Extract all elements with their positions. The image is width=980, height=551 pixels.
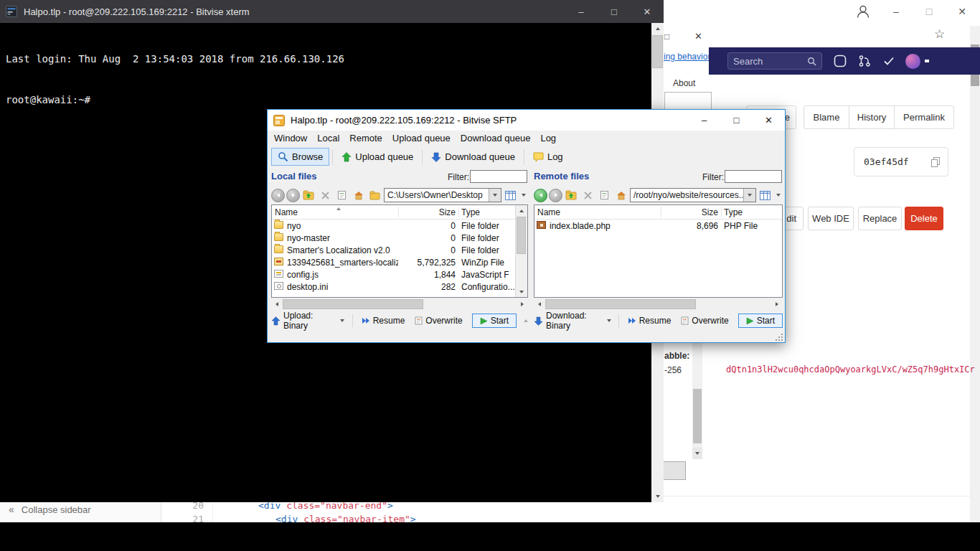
- file-row[interactable]: 1339425681_smarters-localization-... 5,7…: [272, 256, 527, 268]
- replace-button[interactable]: Replace: [858, 207, 902, 230]
- dialog-close-icon[interactable]: ✕: [694, 31, 702, 42]
- scroll-right-button[interactable]: [517, 298, 528, 310]
- terminal-close-button[interactable]: ✕: [631, 0, 664, 23]
- scroll-down-button[interactable]: [516, 286, 527, 297]
- remote-hscrollbar[interactable]: [534, 298, 783, 310]
- local-hscrollbar[interactable]: [271, 298, 528, 310]
- upload-mode-label[interactable]: Upload: Binary: [283, 311, 335, 331]
- scroll-right-button[interactable]: [771, 298, 783, 310]
- download-mode-dropdown[interactable]: [605, 319, 613, 322]
- todo-check-icon[interactable]: [882, 55, 895, 67]
- log-tab[interactable]: Log: [527, 148, 569, 166]
- bookmark-star-icon[interactable]: ☆: [934, 27, 945, 42]
- sftp-minimize-button[interactable]: –: [688, 110, 720, 131]
- view-mode-dropdown[interactable]: [519, 188, 528, 203]
- navbar-search-box[interactable]: Search: [727, 52, 822, 70]
- list-header[interactable]: Name Size Type: [534, 205, 782, 220]
- view-mode-button[interactable]: [503, 188, 518, 203]
- combo-dropdown-icon[interactable]: [489, 189, 501, 202]
- up-folder-button[interactable]: [564, 188, 579, 203]
- browser-maximize-button[interactable]: □: [921, 6, 937, 17]
- forward-button[interactable]: [286, 189, 300, 202]
- dialog-maximize-icon[interactable]: □: [664, 32, 669, 42]
- scroll-left-button[interactable]: [534, 298, 545, 310]
- menu-item-local[interactable]: Local: [312, 131, 344, 146]
- local-path-combo[interactable]: C:\Users\Owner\Desktop: [384, 188, 501, 202]
- column-size[interactable]: Size: [664, 207, 718, 217]
- combo-dropdown-icon[interactable]: [743, 189, 755, 202]
- view-mode-dropdown[interactable]: [774, 188, 783, 203]
- browse-tab[interactable]: Browse: [271, 148, 329, 166]
- sftp-titlebar[interactable]: Halpo.tlp - root@209.222.105.169:2212 - …: [268, 110, 785, 131]
- file-row[interactable]: desktop.ini 282 Configuratio...: [272, 281, 527, 293]
- terminal-minimize-button[interactable]: –: [565, 0, 598, 23]
- remote-path-combo[interactable]: /root/nyo/website/resources...: [630, 188, 756, 202]
- remote-filter-input[interactable]: [725, 170, 782, 183]
- list-header[interactable]: Name Size Type: [272, 205, 527, 220]
- scroll-down-button[interactable]: [692, 448, 702, 459]
- file-row[interactable]: Smarter's Localization v2.0 0 File folde…: [272, 244, 527, 256]
- file-row[interactable]: nyo 0 File folder: [272, 220, 527, 232]
- delete-button[interactable]: Delete: [905, 207, 943, 230]
- resume-button[interactable]: Resume: [624, 316, 675, 326]
- overwrite-button[interactable]: Overwrite: [411, 316, 466, 326]
- home-button[interactable]: [351, 188, 366, 203]
- start-upload-button[interactable]: Start: [472, 314, 517, 328]
- column-size[interactable]: Size: [401, 207, 456, 217]
- view-mode-button[interactable]: [758, 188, 773, 203]
- terminal-maximize-button[interactable]: □: [598, 0, 631, 23]
- column-type[interactable]: Type: [724, 207, 743, 217]
- merge-request-icon[interactable]: [858, 55, 871, 67]
- sftp-close-button[interactable]: ✕: [753, 110, 785, 131]
- scroll-up-button[interactable]: [651, 23, 664, 34]
- content-scrollbar[interactable]: [692, 337, 702, 459]
- scrollbar-thumb[interactable]: [652, 35, 663, 68]
- scrollbar-thumb[interactable]: [517, 217, 526, 254]
- column-type[interactable]: Type: [461, 207, 480, 217]
- refresh-button[interactable]: [334, 188, 349, 203]
- menu-item-window[interactable]: Window: [269, 131, 312, 146]
- download-queue-tab[interactable]: Download queue: [425, 148, 521, 166]
- local-vscrollbar[interactable]: [515, 205, 527, 297]
- start-download-button[interactable]: Start: [738, 314, 783, 328]
- delete-icon[interactable]: [580, 188, 595, 203]
- browser-close-button[interactable]: ✕: [954, 6, 970, 17]
- resize-grip[interactable]: [776, 334, 783, 341]
- file-row[interactable]: nyo-master 0 File folder: [272, 232, 527, 244]
- back-button[interactable]: [271, 189, 285, 202]
- upload-mode-dropdown[interactable]: [338, 319, 347, 322]
- scrollbar-thumb[interactable]: [693, 389, 702, 443]
- file-row[interactable]: index.blade.php 8,696 PHP File: [534, 220, 782, 232]
- forward-button[interactable]: [549, 189, 562, 202]
- scrollbar-thumb[interactable]: [545, 299, 696, 309]
- home-button[interactable]: [613, 188, 628, 203]
- menu-item-log[interactable]: Log: [535, 131, 561, 146]
- local-filter-input[interactable]: [470, 170, 527, 183]
- new-folder-button[interactable]: [367, 188, 382, 203]
- resume-button[interactable]: Resume: [358, 316, 409, 326]
- overwrite-button[interactable]: Overwrite: [677, 316, 732, 326]
- column-name[interactable]: Name: [275, 207, 298, 217]
- refresh-button[interactable]: [597, 188, 612, 203]
- scroll-up-button[interactable]: [516, 205, 527, 216]
- file-row[interactable]: config.js 1,844 JavaScript F: [272, 268, 527, 281]
- sftp-maximize-button[interactable]: □: [720, 110, 753, 131]
- avatar[interactable]: [905, 54, 920, 69]
- terminal-titlebar[interactable]: Halpo.tlp - root@209.222.105.169:2212 - …: [0, 0, 664, 23]
- menu-item-upload-queue[interactable]: Upload queue: [387, 131, 456, 146]
- menu-item-download-queue[interactable]: Download queue: [456, 131, 536, 146]
- profile-icon[interactable]: [855, 4, 871, 22]
- web-ide-button[interactable]: Web IDE: [808, 207, 854, 230]
- upload-queue-tab[interactable]: Upload queue: [336, 148, 419, 166]
- scrollbar-thumb[interactable]: [283, 299, 423, 309]
- up-folder-button[interactable]: [301, 188, 316, 203]
- download-mode-label[interactable]: Download: Binary: [546, 311, 602, 331]
- column-name[interactable]: Name: [537, 207, 560, 217]
- copy-icon[interactable]: [930, 156, 941, 168]
- history-button[interactable]: History: [849, 105, 895, 129]
- scroll-left-button[interactable]: [271, 298, 283, 310]
- navbar-squircle-icon[interactable]: [834, 55, 847, 67]
- permalink-button[interactable]: Permalink: [894, 105, 954, 129]
- behavior-link[interactable]: sing behavior: [659, 52, 710, 62]
- chevron-down-icon[interactable]: [925, 60, 929, 62]
